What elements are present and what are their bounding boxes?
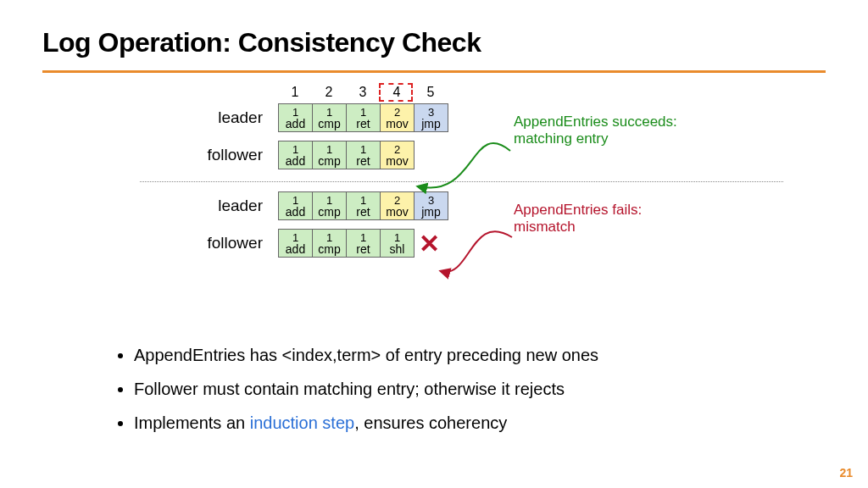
follower-row-1: follower 1add1cmp1ret2mov <box>100 141 415 169</box>
log-cell: 1cmp <box>312 229 346 258</box>
log-cmd: jmp <box>421 118 441 130</box>
indices: 1 2 3 4 5 <box>278 85 448 100</box>
log-cmd: cmp <box>318 243 340 255</box>
log-cmd: add <box>286 118 305 130</box>
log-term: 1 <box>326 232 332 243</box>
log-term: 1 <box>326 107 332 118</box>
log-cmd: cmp <box>318 155 340 167</box>
log-term: 1 <box>326 144 332 155</box>
log-cmd: ret <box>356 155 370 167</box>
row-label: leader <box>100 108 278 127</box>
leader-row-2: leader 1add1cmp1ret2mov3jmp <box>100 191 448 220</box>
log-cell: 1cmp <box>312 103 346 132</box>
follower-row-2: follower 1add1cmp1ret1shl <box>100 229 415 258</box>
log-cmd: ret <box>356 118 370 130</box>
row-label: follower <box>100 146 278 164</box>
annotation-fail: AppendEntries fails: mismatch <box>514 202 642 236</box>
log-cell: 1ret <box>346 229 380 258</box>
log-cell: 1cmp <box>312 191 346 220</box>
diagram-area: 1 2 3 4 5 leader 1add1cmp1ret2mov3jmp fo… <box>42 85 826 280</box>
log-cell: 1add <box>278 229 312 258</box>
log-term: 1 <box>292 107 298 118</box>
log-cell: 1ret <box>346 191 380 220</box>
log-term: 1 <box>292 195 298 206</box>
bullet-text: , ensures coherency <box>354 413 507 432</box>
log-term: 3 <box>428 195 434 206</box>
log-term: 2 <box>394 195 400 206</box>
log-cell: 2mov <box>380 191 414 220</box>
annotation-line: mismatch <box>514 219 642 236</box>
annotation-line: AppendEntries fails: <box>514 202 642 219</box>
log-cell: 2mov <box>380 141 414 169</box>
bullet-item: Follower must contain matching entry; ot… <box>134 380 598 398</box>
induction-step-link: induction step <box>250 413 354 432</box>
log-cell: 1cmp <box>312 141 346 169</box>
dotted-separator <box>140 181 783 182</box>
slide: Log Operation: Consistency Check 1 2 3 4… <box>0 0 868 488</box>
bullet-list: AppendEntries has <index,term> of entry … <box>134 346 598 447</box>
log-term: 1 <box>394 232 400 243</box>
log-cmd: cmp <box>318 206 340 218</box>
log-cell: 1ret <box>346 103 380 132</box>
log-cmd: shl <box>390 243 405 255</box>
bullet-item: Implements an induction step, ensures co… <box>134 413 598 432</box>
log-term: 1 <box>360 107 366 118</box>
row-label: follower <box>100 234 278 252</box>
row-label: leader <box>100 197 278 215</box>
log-term: 2 <box>394 107 400 118</box>
log-cmd: mov <box>386 206 408 218</box>
log-cmd: add <box>286 243 305 255</box>
log-cmd: mov <box>386 118 408 130</box>
log-leader2: 1add1cmp1ret2mov3jmp <box>278 191 448 220</box>
log-cell: 1shl <box>380 229 414 258</box>
log-cell: 1ret <box>346 141 380 169</box>
slide-title: Log Operation: Consistency Check <box>42 27 826 58</box>
log-cell: 3jmp <box>414 103 448 132</box>
log-cell: 2mov <box>380 103 414 132</box>
index-row: 1 2 3 4 5 <box>278 85 448 100</box>
log-term: 1 <box>292 144 298 155</box>
log-term: 3 <box>428 107 434 118</box>
log-cmd: ret <box>356 206 370 218</box>
idx: 1 <box>278 85 312 100</box>
annotation-success: AppendEntries succeeds: matching entry <box>514 114 677 148</box>
log-term: 1 <box>360 195 366 206</box>
log-cell: 1add <box>278 103 312 132</box>
log-cell: 3jmp <box>414 191 448 220</box>
log-cell: 1add <box>278 141 312 169</box>
log-cmd: cmp <box>318 118 340 130</box>
bullet-text: Implements an <box>134 413 250 432</box>
log-cmd: jmp <box>421 206 441 218</box>
log-follower1: 1add1cmp1ret2mov <box>278 141 415 169</box>
idx: 3 <box>346 85 380 100</box>
idx: 5 <box>414 85 448 100</box>
annotation-line: AppendEntries succeeds: <box>514 114 677 130</box>
log-term: 1 <box>292 232 298 243</box>
annotation-line: matching entry <box>514 130 677 147</box>
log-term: 1 <box>326 195 332 206</box>
log-term: 2 <box>394 144 400 155</box>
log-cmd: ret <box>356 243 370 255</box>
log-cmd: mov <box>386 155 408 167</box>
log-term: 1 <box>360 144 366 155</box>
bullet-item: AppendEntries has <index,term> of entry … <box>134 346 598 364</box>
x-mark-icon: ✕ <box>419 229 440 258</box>
log-cell: 1add <box>278 191 312 220</box>
log-term: 1 <box>360 232 366 243</box>
log-leader1: 1add1cmp1ret2mov3jmp <box>278 103 448 132</box>
page-number: 21 <box>839 466 853 480</box>
title-divider <box>42 70 826 73</box>
log-cmd: add <box>286 206 305 218</box>
log-cmd: add <box>286 155 305 167</box>
highlight-index-4 <box>379 83 413 102</box>
leader-row-1: leader 1add1cmp1ret2mov3jmp <box>100 103 448 132</box>
idx: 2 <box>312 85 346 100</box>
log-follower2: 1add1cmp1ret1shl <box>278 229 415 258</box>
